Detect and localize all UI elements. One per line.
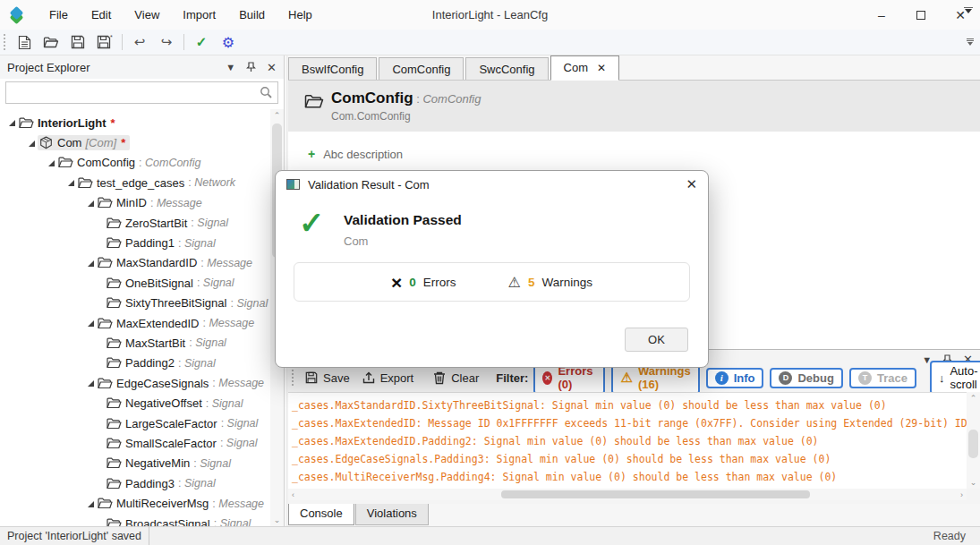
tree-item[interactable]: SixtyThreeBitSignal Signal (0, 294, 270, 313)
filter-trace-toggle[interactable]: T Trace (849, 368, 916, 388)
panel-menu-icon[interactable]: ▼ (226, 62, 235, 72)
expander-icon[interactable] (86, 198, 97, 209)
tree-item[interactable]: BroadcastSignal Signal (0, 514, 270, 526)
dialog-close-icon[interactable]: ✕ (686, 176, 697, 192)
tree-item[interactable]: MinID Message (0, 193, 270, 213)
console-clear-button[interactable]: Clear (427, 370, 485, 387)
tree-item[interactable]: ComConfig ComConfig (0, 153, 270, 173)
redo-button[interactable]: ↪ (153, 30, 180, 54)
tree-item[interactable]: MultiReceiverMsg Message (0, 493, 270, 513)
tree-item[interactable]: OneBitSignal Signal (0, 273, 270, 293)
panel-close-icon[interactable]: ✕ (267, 61, 277, 74)
pin-icon[interactable] (246, 62, 256, 72)
panel-tab[interactable]: Violations (355, 504, 429, 525)
tree-item[interactable]: MaxStandardID Message (0, 253, 270, 273)
expander-icon[interactable] (47, 158, 57, 168)
tree-item[interactable]: EdgeCaseSignals Message (0, 373, 270, 393)
document-tab[interactable]: ComConfig (379, 57, 464, 80)
menu-item[interactable]: Build (227, 0, 277, 30)
window-controls: – ✕ (862, 0, 980, 30)
validate-check-button[interactable]: ✓ (188, 30, 215, 54)
console-vertical-scrollbar[interactable]: ⌃ ⌄ (967, 392, 980, 489)
menu-item[interactable]: Import (171, 0, 227, 30)
tree-item[interactable]: InteriorLight * (0, 113, 270, 132)
console-export-button[interactable]: Export (356, 370, 421, 387)
scrollbar-thumb[interactable] (501, 490, 810, 498)
expander-icon[interactable] (86, 318, 97, 328)
tree-item-label: InteriorLight (38, 116, 107, 130)
close-button[interactable]: ✕ (941, 0, 980, 30)
expander-icon[interactable] (66, 177, 77, 188)
tree-item[interactable]: SmallScaleFactor Signal (0, 433, 270, 453)
tree-item-label: Padding1 (125, 236, 175, 250)
settings-gear-button[interactable]: ⚙ (215, 30, 242, 54)
expander-icon[interactable] (7, 117, 18, 128)
toolbar-grip[interactable] (4, 34, 5, 50)
undo-button[interactable]: ↩ (126, 30, 153, 54)
scroll-up-icon[interactable]: ⌃ (270, 111, 284, 120)
tree-item[interactable]: NegativeMin Signal (0, 454, 270, 473)
add-description-row[interactable]: + Abc description (308, 147, 403, 161)
scroll-right-icon[interactable]: › (960, 489, 963, 500)
minimize-button[interactable]: – (862, 0, 901, 30)
tree-item[interactable]: LargeScaleFactor Signal (0, 413, 270, 433)
tree-item[interactable]: Com [Com] * (0, 132, 270, 152)
maximize-button[interactable] (901, 0, 941, 30)
toolbar-overflow-icon[interactable] (966, 38, 975, 46)
tree-item-type: Signal (220, 437, 258, 449)
document-tab[interactable]: BswIfConfig (288, 57, 377, 80)
tree-item-label: MaxExtendedID (116, 317, 200, 330)
status-separator (149, 527, 149, 545)
menu-item[interactable]: File (38, 0, 80, 30)
new-file-button[interactable] (11, 30, 38, 54)
save-all-button[interactable]: * (91, 30, 118, 54)
tree-item[interactable]: Padding2 Signal (0, 353, 270, 373)
document-tab[interactable]: SwcConfig (465, 57, 548, 80)
dialog-title-bar[interactable]: Validation Result - Com ✕ (276, 171, 708, 198)
scroll-down-icon[interactable]: ⌄ (967, 478, 980, 487)
folder-icon (107, 217, 122, 230)
scroll-up-icon[interactable]: ⌃ (967, 394, 980, 403)
expander-icon[interactable] (86, 258, 97, 268)
search-input[interactable] (6, 82, 260, 103)
expander-icon[interactable] (27, 138, 38, 149)
menu-item[interactable]: Help (277, 0, 324, 30)
tab-list-icon[interactable] (964, 7, 973, 13)
dialog-subject: Com (344, 234, 368, 248)
filter-debug-toggle[interactable]: D Debug (770, 368, 842, 388)
folder-icon (98, 497, 113, 510)
content-path: Com.ComConfig (331, 110, 411, 123)
tab-close-icon[interactable]: ✕ (597, 56, 606, 80)
expander-icon[interactable] (86, 498, 97, 509)
search-icon[interactable] (260, 86, 273, 99)
add-icon[interactable]: + (308, 147, 315, 161)
tree-item[interactable]: NegativeOffset Signal (0, 393, 270, 413)
toolbar-grip[interactable] (292, 370, 294, 386)
tree-item[interactable]: MaxStartBit Signal (0, 333, 270, 353)
scroll-left-icon[interactable]: ‹ (292, 489, 294, 500)
expander-icon[interactable] (86, 378, 97, 388)
menu-item[interactable]: Edit (80, 0, 123, 30)
document-tab-strip: BswIfConfig ComConfig SwcConfig Com ✕ (288, 55, 980, 81)
ok-button[interactable]: OK (625, 328, 688, 352)
tree-item[interactable]: test_edge_cases Network (0, 173, 270, 192)
autoscroll-toggle[interactable]: ↓ Auto-scroll (930, 361, 980, 395)
panel-tab[interactable]: Console (288, 504, 354, 525)
console-clear-label: Clear (451, 371, 479, 385)
console-output[interactable]: _cases.MaxStandardID.SixtyThreeBitSignal… (288, 392, 967, 489)
tree-item[interactable]: ZeroStartBit Signal (0, 213, 270, 233)
tree-item[interactable]: Padding1 Signal (0, 233, 270, 252)
document-tab[interactable]: Com ✕ (550, 55, 620, 81)
filter-info-toggle[interactable]: i Info (706, 368, 764, 388)
console-save-button[interactable]: Save (299, 370, 356, 387)
menu-item[interactable]: View (123, 0, 171, 30)
save-button[interactable] (64, 30, 91, 54)
scrollbar-thumb[interactable] (968, 430, 978, 458)
scroll-down-icon[interactable]: ⌄ (270, 515, 284, 524)
open-folder-button[interactable] (38, 30, 64, 54)
tree-item[interactable]: MaxExtendedID Message (0, 313, 270, 333)
console-horizontal-scrollbar[interactable]: ‹ › (288, 489, 967, 500)
tree-item-label: Com (57, 136, 81, 149)
tree-item-type: Signal (178, 237, 216, 250)
tree-item[interactable]: Padding3 Signal (0, 473, 270, 493)
